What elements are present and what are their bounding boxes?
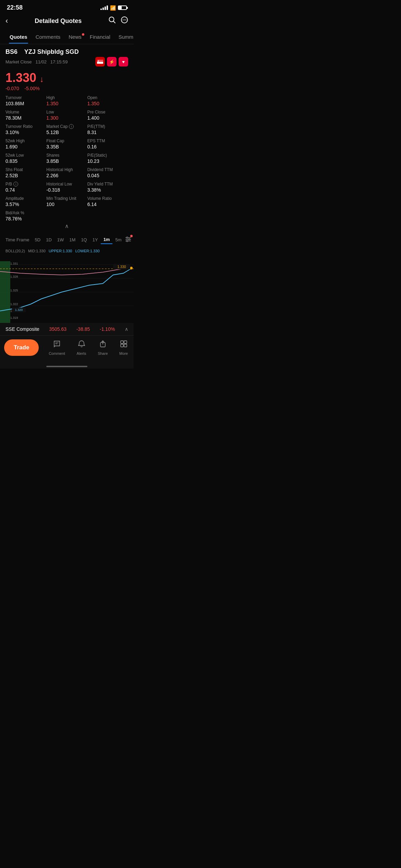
svg-point-5 — [125, 20, 126, 20]
info-icon: i — [13, 182, 18, 186]
svg-text:1.330: 1.330 — [117, 265, 126, 269]
metric-cell-0: Turnover103.86M — [5, 95, 46, 106]
svg-text:1.319: 1.319 — [10, 316, 18, 320]
metric-cell-11: EPS TTM0.16 — [87, 138, 128, 149]
news-notification-dot — [82, 33, 84, 36]
metrics-grid: Turnover103.86MHigh1.350Open1.350Volume7… — [0, 95, 134, 221]
stock-code: BS6 — [5, 48, 17, 55]
tab-financial[interactable]: Financial — [86, 31, 114, 43]
sg-flag-badge: ★★★★★ — [95, 57, 105, 67]
boll-label: BOLL(20,2) — [5, 249, 25, 253]
metric-cell-4: Low1.300 — [46, 110, 87, 121]
svg-text:1.320: 1.320 — [15, 308, 23, 312]
boll-upper: UPPER:1.330 — [49, 249, 72, 253]
chart-settings-button[interactable] — [124, 236, 132, 244]
message-icon[interactable] — [121, 16, 128, 26]
ticker-price: 3505.63 — [49, 326, 66, 332]
bolt-badge: ⚡ — [107, 57, 117, 67]
metric-cell-23: Volume Ratio6.14 — [87, 196, 128, 207]
heart-badge: ♥ — [119, 57, 128, 67]
stock-name: YZJ Shipbldg SGD — [24, 48, 79, 55]
metric-cell-15: Shs Float2.52B — [5, 167, 46, 178]
bottom-nav: Trade Comment Alerts — [0, 335, 134, 364]
nav-item-alerts[interactable]: Alerts — [74, 338, 89, 357]
metric-cell-17: Dividend TTM0.045 — [87, 167, 128, 178]
svg-point-4 — [124, 20, 125, 20]
metric-cell-22: Min Trading Unit100 — [46, 196, 87, 207]
metric-cell-1: High1.350 — [46, 95, 87, 106]
tab-quotes[interactable]: Quotes — [5, 31, 32, 43]
tabs-bar: Quotes Comments News Financial Summ ≡ — [0, 30, 134, 44]
metric-cell-7: Market Capi5.12B — [46, 124, 87, 135]
chart-btn-1w[interactable]: 1W — [54, 236, 67, 244]
metric-cell-2: Open1.350 — [87, 95, 128, 106]
tab-news[interactable]: News — [64, 31, 86, 43]
metric-cell-9: 52wk High1.690 — [5, 138, 46, 149]
svg-text:1.328: 1.328 — [10, 275, 18, 278]
svg-rect-37 — [121, 344, 123, 347]
more-icon — [120, 340, 128, 350]
metric-cell-8: P/E(TTM)8.31 — [87, 124, 128, 135]
ticker-name: SSE Composite — [5, 326, 39, 332]
metric-cell-16: Historical High2.266 — [46, 167, 87, 178]
home-indicator — [0, 364, 134, 369]
svg-point-14 — [126, 237, 128, 238]
chart-btn-1q[interactable]: 1Q — [78, 236, 89, 244]
svg-point-16 — [126, 240, 128, 242]
boll-lower: LOWER:1.330 — [75, 249, 100, 253]
metric-cell-14: P/E(Static)10.23 — [87, 153, 128, 164]
chart-btn-5min[interactable]: 5m — [112, 236, 124, 244]
ticker-expand-icon[interactable]: ∧ — [125, 326, 128, 332]
svg-text:1.322: 1.322 — [10, 302, 18, 306]
comment-label: Comment — [49, 351, 65, 355]
metric-cell-12: 52wk Low0.835 — [5, 153, 46, 164]
search-icon[interactable] — [108, 16, 116, 26]
price-section: 1.330 ↓ -0.070 -5.00% — [0, 69, 134, 95]
ticker-change-pct: -1.10% — [100, 326, 115, 332]
price-change: -0.070 -5.00% — [5, 86, 128, 91]
collapse-arrow[interactable]: ∧ — [0, 221, 134, 232]
chart-btn-1y[interactable]: 1Y — [90, 236, 101, 244]
price-chart[interactable]: 1.330 1.331 1.328 1.325 1.322 1.320 1.31… — [0, 254, 134, 323]
metric-cell-6: Turnover Ratio3.10% — [5, 124, 46, 135]
ticker-change: -38.85 — [76, 326, 90, 332]
timeframe-label: Time Frame — [5, 237, 29, 242]
tab-comments[interactable]: Comments — [32, 31, 65, 43]
header-actions — [108, 16, 128, 26]
chart-btn-5d[interactable]: 5D — [32, 236, 44, 244]
trade-button[interactable]: Trade — [4, 339, 39, 356]
stock-badges: ★★★★★ ⚡ ♥ — [95, 57, 128, 67]
more-label: More — [119, 351, 128, 355]
nav-item-more[interactable]: More — [117, 338, 131, 357]
chart-btn-1min[interactable]: 1m — [101, 236, 113, 244]
tab-summary[interactable]: Summ — [114, 31, 134, 43]
svg-point-15 — [129, 239, 130, 240]
battery-icon — [118, 5, 127, 10]
bottom-ticker[interactable]: SSE Composite 3505.63 -38.85 -1.10% ∧ — [0, 323, 134, 335]
back-button[interactable]: ‹ — [5, 16, 8, 25]
price-down-arrow: ↓ — [40, 74, 44, 84]
alerts-label: Alerts — [76, 351, 86, 355]
signal-bars-icon — [100, 5, 108, 10]
svg-rect-7 — [97, 62, 103, 64]
svg-rect-35 — [121, 341, 123, 343]
chart-btn-1d[interactable]: 1D — [43, 236, 54, 244]
metric-cell-13: Shares3.85B — [46, 153, 87, 164]
metric-cell-24: Bid/Ask %78.76% — [5, 210, 46, 221]
chart-btn-1m[interactable]: 1M — [66, 236, 78, 244]
chart-controls: Time Frame 5D 1D 1W 1M 1Q 1Y 1m 5m — [0, 232, 134, 248]
nav-item-share[interactable]: Share — [95, 338, 110, 357]
header: ‹ Detailed Quotes — [0, 13, 134, 30]
metric-cell-18: P/Bi0.74 — [5, 182, 46, 193]
nav-item-comment[interactable]: Comment — [46, 338, 68, 357]
status-icons: 📶 — [100, 5, 127, 11]
metric-cell-10: Float Cap3.35B — [46, 138, 87, 149]
alerts-icon — [77, 340, 86, 350]
share-label: Share — [98, 351, 108, 355]
stock-meta: Market Close 11/02 17:15:59 ★★★★★ ⚡ ♥ — [5, 57, 128, 67]
metric-cell-5: Pre Close1.400 — [87, 110, 128, 121]
svg-text:1.325: 1.325 — [10, 289, 18, 292]
svg-rect-36 — [124, 341, 127, 343]
boll-indicator: BOLL(20,2) MID:1.330 UPPER:1.330 LOWER:1… — [0, 248, 134, 254]
nav-items: Comment Alerts Share — [43, 338, 134, 357]
